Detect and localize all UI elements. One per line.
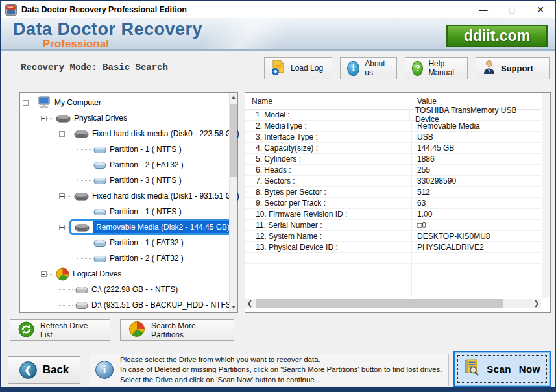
refresh-icon [18,321,34,339]
tree-connector [77,212,91,212]
tree-item-label: Fixed hard disk media (Disk1 - 931.51 GB… [92,191,239,201]
about-us-label: About us [365,59,390,77]
pie-chart-icon [56,267,69,281]
selected-item-highlight: Removable Media (Disk2 - 144.45 GB) [71,221,233,233]
collapse-minus-icon[interactable] [41,116,47,121]
physical-drive-icon [74,191,89,201]
back-button[interactable]: ❮ Back [8,356,80,384]
h-scroll-thumb[interactable] [256,299,503,308]
property-name [245,286,412,297]
property-name: 4. Capacity(size) : [245,143,412,153]
collapse-minus-icon[interactable] [41,271,47,277]
partition-icon [93,145,106,154]
scroll-up-icon[interactable]: ▲ [230,93,237,102]
search-more-partitions-button[interactable]: Search More Partitions [120,319,234,341]
tree-item[interactable]: Logical Drives [20,266,228,282]
tree-scroll-thumb[interactable] [230,104,237,177]
property-name [245,253,412,263]
property-name: 9. Sector per Track : [245,198,412,208]
collapse-minus-icon[interactable] [59,225,65,230]
tree-item[interactable]: Partition - 3 ( NTFS ) [20,173,228,188]
scan-now-button[interactable]: Scan Now [453,351,551,387]
logical-drive-icon [75,300,88,310]
website-label: ddiit.com [464,27,530,45]
tree-item[interactable]: Fixed hard disk media (Disk0 - 223.58 GB… [20,126,228,141]
tree-connector [65,134,71,134]
minimize-button[interactable]: — [469,1,498,18]
logical-drive-icon [75,285,88,294]
close-button[interactable]: ✕ [526,1,555,18]
tree-item[interactable]: C:\ (222.98 GB - - NTFS) [20,282,228,297]
table-row [245,253,541,264]
physical-drive-icon [56,113,71,123]
tree-scrollbar[interactable]: ▲ ▼ [229,93,237,312]
tree-item-label: Partition - 1 ( NTFS ) [110,145,182,154]
refresh-drive-list-button[interactable]: Refresh Drive List [10,319,110,341]
computer-icon [38,96,51,109]
property-value: 330298590 [412,177,456,186]
table-row: 12. System Name :DESKTOP-KIS0MU8 [245,231,541,242]
pie-chart-icon [128,321,145,339]
tree-item[interactable]: Partition - 2 ( FAT32 ) [20,157,228,173]
tree-connector [77,149,91,150]
details-horizontal-scrollbar[interactable]: ❮ ❯ [245,299,541,308]
partition-icon [93,207,106,216]
back-arrow-icon: ❮ [19,361,37,379]
instruction-text: Please select the Drive from which you w… [120,355,442,385]
recovery-mode-label: Recovery Mode: Basic Search [21,62,168,73]
column-header-name: Name [245,97,412,106]
search-more-label: Search More Partitions [151,321,226,339]
table-row: 1. Model :TOSHIBA TransMemory USB Device [245,110,541,121]
help-manual-button[interactable]: ? Help Manual [405,57,468,79]
details-vertical-scrollbar[interactable] [542,93,550,298]
tree-item[interactable]: Fixed hard disk media (Disk1 - 931.51 GB… [20,188,228,204]
website-banner[interactable]: ddiit.com [446,25,548,47]
maximize-button[interactable]: ▢ [498,1,526,18]
table-row: 7. Sectors :330298590 [245,176,541,187]
scroll-right-icon[interactable]: ❯ [532,300,541,307]
scroll-left-icon[interactable]: ❮ [245,300,254,307]
property-name: 10. Firmware Revision ID : [245,209,412,219]
property-name [245,275,412,286]
property-value: 1886 [412,154,435,164]
table-row: 10. Firmware Revision ID :1.00 [245,209,541,220]
info-icon: i [347,61,359,76]
property-name [245,264,412,275]
tree-item[interactable]: Partition - 1 ( NTFS ) [20,141,228,157]
tree-item[interactable]: Physical Drives [20,110,228,126]
tree-item[interactable]: Removable Media (Disk2 - 144.45 GB) [20,219,228,235]
property-value: DESKTOP-KIS0MU8 [412,232,490,241]
collapse-minus-icon[interactable] [59,131,65,137]
tree-item[interactable]: D:\ (931.51 GB - BACKUP_HDD - NTFS) [20,297,228,313]
tree-connector [47,274,53,275]
table-row: 3. Interface Type :USB [245,132,541,143]
scroll-down-icon[interactable]: ▼ [230,303,237,312]
instruction-line-2: In case of Deleted or missing Partitions… [120,365,442,374]
property-value: USB [412,132,433,141]
support-button[interactable]: Support [476,57,550,79]
load-log-button[interactable]: Load Log [264,57,332,79]
app-window: Data Doctor Recovery Professional Editio… [0,0,556,392]
property-value: 512 [412,188,430,197]
question-icon: ? [412,61,423,76]
tree-connector [65,196,71,197]
tree-item-label: Partition - 3 ( NTFS ) [110,176,182,185]
collapse-minus-icon[interactable] [23,100,29,106]
tree-item-label: My Computer [54,98,101,107]
tree-item[interactable]: My Computer [20,95,228,110]
about-us-button[interactable]: i About us [340,57,397,79]
tree-connector [59,305,73,306]
back-label: Back [43,363,69,376]
tree-item-label: Fixed hard disk media (Disk0 - 223.58 GB… [92,129,239,138]
tree-item[interactable]: Partition - 1 ( FAT32 ) [20,235,228,251]
collapse-minus-icon[interactable] [59,193,65,199]
scan-now-label: Scan Now [487,363,540,374]
instruction-line-3: Select the Drive and click on 'Scan Now'… [120,375,442,385]
tree-item[interactable]: Partition - 2 ( FAT32 ) [20,251,228,266]
brand-subtitle: Professional [43,38,202,51]
table-row [245,286,541,297]
scan-document-icon [464,359,481,379]
tree-item-label: Partition - 2 ( FAT32 ) [110,254,184,263]
table-row: 13. Physical Device ID :PHYSICALDRIVE2 [245,242,541,253]
tree-item[interactable]: Partition - 1 ( NTFS ) [20,204,228,219]
